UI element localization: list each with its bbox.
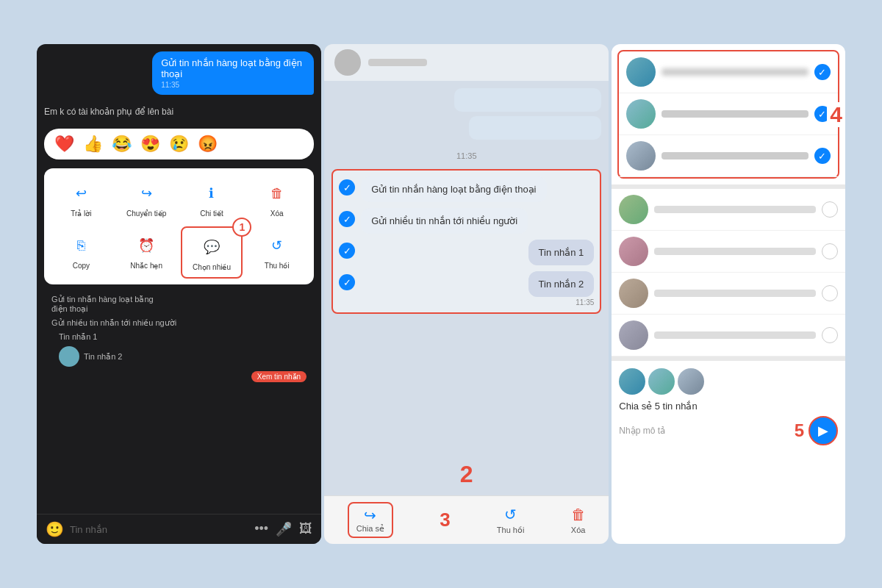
send-button[interactable]: ▶ bbox=[808, 416, 838, 445]
top-bubble: Gửi tin nhắn hàng loạt bằng điện thoại 1… bbox=[152, 51, 314, 95]
emoji-heart[interactable]: ❤️ bbox=[54, 135, 74, 154]
action-select-multi[interactable]: 💬 Chọn nhiều 1 bbox=[181, 226, 243, 279]
contact-name-3 bbox=[662, 152, 808, 159]
ghost-bubble-2 bbox=[469, 116, 601, 140]
check-1[interactable]: ✓ bbox=[339, 179, 355, 196]
unchecked-contacts bbox=[612, 189, 845, 356]
mid-msg-row-3: ✓ Tin nhắn 1 bbox=[339, 240, 594, 265]
check-3[interactable]: ✓ bbox=[339, 243, 355, 259]
share-button[interactable]: ↪ Chia sẻ bbox=[348, 502, 393, 538]
right-panel: ✓ ✓ ✓ 4 bbox=[612, 44, 845, 544]
contact-row-7[interactable] bbox=[612, 315, 845, 356]
mid-header bbox=[324, 44, 609, 81]
share-count-label: Chia sẻ 5 tin nhắn bbox=[619, 401, 838, 412]
selection-box: ✓ Gửi tin nhắn hàng loạt bằng điện thoại… bbox=[331, 169, 601, 314]
delete-btn-icon: 🗑 bbox=[571, 506, 586, 523]
avatar-4 bbox=[619, 195, 648, 224]
avatar-2 bbox=[626, 99, 656, 129]
contact-name-5 bbox=[654, 248, 816, 255]
revoke-icon: ↺ bbox=[264, 232, 290, 259]
bubble-4-time: 11:35 bbox=[576, 298, 594, 306]
emoji-love[interactable]: 😍 bbox=[140, 135, 160, 154]
emoji-thumbs[interactable]: 👍 bbox=[83, 135, 103, 154]
contact-name-1 bbox=[662, 68, 808, 76]
left-msg-3: Tin nhắn 1 bbox=[51, 332, 306, 342]
mid-time: 11:35 bbox=[331, 148, 601, 163]
action-reply[interactable]: ↩ Trả lời bbox=[50, 174, 112, 223]
sel-avatar-1 bbox=[619, 368, 645, 395]
contact-row-3[interactable]: ✓ bbox=[619, 135, 838, 177]
send-icon: ▶ bbox=[818, 423, 828, 439]
more-icon[interactable]: ••• bbox=[254, 521, 268, 537]
message-input-placeholder[interactable]: Tin nhắn bbox=[70, 524, 248, 535]
mid-msg-row-1: ✓ Gửi tin nhắn hàng loạt bằng điện thoại bbox=[339, 176, 594, 202]
right-bottom: Chia sẻ 5 tin nhắn Nhập mô tả 5 ▶ bbox=[612, 361, 845, 453]
contact-row-6[interactable] bbox=[612, 273, 845, 315]
mid-msg-row-2: ✓ Gửi nhiều tin nhắn tới nhiều người bbox=[339, 208, 594, 234]
emoji-laugh[interactable]: 😂 bbox=[112, 135, 132, 154]
info-icon: ℹ bbox=[198, 180, 225, 207]
revoke-label: Thu hồi bbox=[497, 526, 525, 535]
delete-button[interactable]: 🗑 Xóa bbox=[571, 506, 586, 534]
ghost-bubble-1 bbox=[454, 88, 601, 112]
check-contact-3[interactable]: ✓ bbox=[814, 148, 831, 164]
action-copy[interactable]: ⎘ Copy bbox=[50, 226, 112, 279]
forward-icon: ↪ bbox=[133, 180, 159, 207]
check-contact-7[interactable] bbox=[822, 327, 838, 343]
action-delete[interactable]: 🗑 Xóa bbox=[245, 174, 308, 223]
step3-badge: 3 bbox=[440, 509, 450, 531]
avatar-3 bbox=[626, 141, 656, 171]
emoji-cry[interactable]: 😢 bbox=[169, 135, 189, 154]
right-bottom-input-row: Nhập mô tả 5 ▶ bbox=[619, 416, 838, 445]
check-contact-1[interactable]: ✓ bbox=[814, 64, 831, 80]
mid-name-blur bbox=[368, 59, 427, 66]
check-2[interactable]: ✓ bbox=[339, 211, 355, 227]
mid-bubble-1: Gửi tin nhắn hàng loạt bằng điện thoại bbox=[361, 176, 546, 202]
emoji-angry[interactable]: 😡 bbox=[198, 135, 218, 154]
contact-row-5[interactable] bbox=[612, 231, 845, 273]
mid-bottom-bar: ↪ Chia sẻ 3 ↺ Thu hồi 🗑 Xóa bbox=[324, 495, 609, 544]
mic-icon[interactable]: 🎤 bbox=[276, 521, 292, 537]
contact-row-4[interactable] bbox=[612, 189, 845, 231]
delete-label: Xóa bbox=[571, 526, 586, 534]
step5-badge: 5 bbox=[795, 420, 804, 441]
check-4[interactable]: ✓ bbox=[339, 274, 355, 290]
action-menu: ↩ Trả lời ↪ Chuyển tiếp ℹ Chi tiết 🗑 Xóa bbox=[44, 168, 314, 284]
below-text: Em k có tài khoản phụ để lên bài bbox=[44, 104, 173, 120]
left-bottom-bar: 🙂 Tin nhắn ••• 🎤 🖼 bbox=[37, 514, 321, 544]
contact-name-2 bbox=[662, 110, 808, 118]
check-contact-4[interactable] bbox=[822, 201, 838, 218]
action-revoke[interactable]: ↺ Thu hồi bbox=[245, 226, 308, 279]
mid-avatar bbox=[334, 49, 361, 76]
check-contact-5[interactable] bbox=[822, 243, 838, 259]
selected-avatars-row bbox=[619, 368, 838, 395]
action-remind[interactable]: ⏰ Nhắc hẹn bbox=[115, 226, 178, 279]
avatar-5 bbox=[619, 237, 648, 266]
trash-icon: 🗑 bbox=[264, 180, 290, 207]
select-multi-icon: 💬 bbox=[198, 234, 225, 260]
mid-bubble-2: Gửi nhiều tin nhắn tới nhiều người bbox=[361, 208, 528, 234]
step4-badge: 4 bbox=[827, 102, 845, 127]
sel-avatar-2 bbox=[648, 368, 675, 395]
image-icon[interactable]: 🖼 bbox=[299, 521, 312, 537]
left-msg-1: Gửi tin nhắn hàng loạt bằngđiện thoại bbox=[51, 295, 306, 314]
contact-name-4 bbox=[654, 206, 816, 213]
emoji-bar: ❤️ 👍 😂 😍 😢 😡 bbox=[44, 129, 314, 159]
mid-bubble-4: Tin nhắn 2 bbox=[528, 271, 595, 297]
smiley-icon[interactable]: 🙂 bbox=[46, 520, 64, 538]
description-input[interactable]: Nhập mô tả bbox=[619, 426, 789, 436]
revoke-button[interactable]: ↺ Thu hồi bbox=[497, 506, 525, 535]
revoke-btn-icon: ↺ bbox=[504, 506, 517, 523]
contact-row-2[interactable]: ✓ bbox=[619, 93, 838, 135]
avatar-7 bbox=[619, 320, 648, 350]
action-detail[interactable]: ℹ Chi tiết bbox=[181, 174, 243, 223]
check-contact-6[interactable] bbox=[822, 285, 838, 301]
unread-badge: Xem tin nhắn bbox=[251, 371, 306, 382]
contact-row-1[interactable]: ✓ bbox=[619, 51, 838, 93]
copy-icon: ⎘ bbox=[68, 232, 94, 259]
contact-name-7 bbox=[654, 331, 816, 339]
action-forward[interactable]: ↪ Chuyển tiếp bbox=[115, 174, 178, 223]
avatar-6 bbox=[619, 279, 648, 308]
middle-panel: 11:35 ✓ Gửi tin nhắn hàng loạt bằng điện… bbox=[324, 44, 609, 544]
step2-badge: 2 bbox=[460, 461, 473, 488]
